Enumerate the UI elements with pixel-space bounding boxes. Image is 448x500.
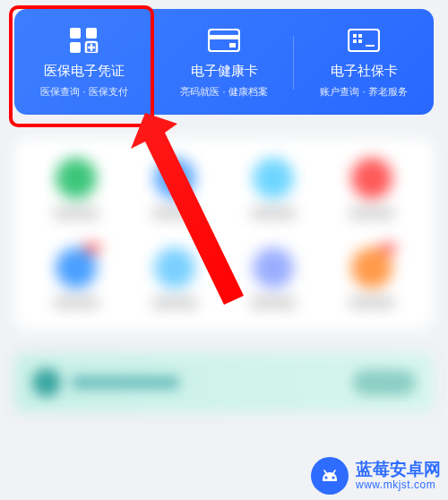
card-subtitle: 医保查询 · 医保支付 xyxy=(40,85,127,99)
svg-point-14 xyxy=(324,476,327,478)
service-icon xyxy=(154,247,195,289)
svg-rect-1 xyxy=(86,28,97,39)
service-icon xyxy=(154,158,195,199)
card-subtitle: 亮码就医 · 健康档案 xyxy=(180,85,267,99)
service-icon xyxy=(351,158,392,199)
blurred-content-panel xyxy=(14,138,434,330)
banner-text xyxy=(72,376,179,389)
service-label xyxy=(54,208,99,219)
banner-button xyxy=(353,370,416,395)
svg-point-15 xyxy=(332,476,334,478)
service-item[interactable] xyxy=(340,158,403,219)
svg-line-16 xyxy=(324,470,326,473)
service-label xyxy=(251,208,296,219)
watermark: 蓝莓安卓网 www.mkjst.com xyxy=(311,457,441,495)
service-item[interactable] xyxy=(340,247,403,308)
card-title: 电子健康卡 xyxy=(191,63,258,80)
watermark-title: 蓝莓安卓网 xyxy=(356,460,441,479)
service-label xyxy=(152,297,197,308)
service-label xyxy=(251,297,296,308)
banner-icon xyxy=(32,368,61,397)
svg-rect-0 xyxy=(70,28,81,39)
card-icon xyxy=(208,27,240,54)
top-service-cards: 医保电子凭证 医保查询 · 医保支付 电子健康卡 亮码就医 · 健康档案 电子社… xyxy=(14,9,434,115)
service-icon xyxy=(253,247,294,289)
svg-rect-2 xyxy=(70,42,81,53)
service-icon xyxy=(253,158,294,199)
card-medical-voucher[interactable]: 医保电子凭证 医保查询 · 医保支付 xyxy=(14,27,154,99)
service-label xyxy=(349,297,394,308)
card-title: 医保电子凭证 xyxy=(44,63,125,80)
service-item[interactable] xyxy=(45,158,108,219)
qr-icon xyxy=(68,27,100,54)
service-item[interactable] xyxy=(242,158,305,219)
service-row xyxy=(27,158,421,219)
svg-line-17 xyxy=(333,470,335,473)
watermark-logo-icon xyxy=(311,457,349,495)
service-item[interactable] xyxy=(242,247,305,308)
card-social-security[interactable]: 电子社保卡 账户查询 · 养老服务 xyxy=(294,27,434,99)
service-row xyxy=(27,247,421,308)
svg-rect-8 xyxy=(229,43,236,47)
card-title: 电子社保卡 xyxy=(331,63,398,80)
service-icon xyxy=(56,247,97,289)
card-health-card[interactable]: 电子健康卡 亮码就医 · 健康档案 xyxy=(154,27,294,99)
service-label xyxy=(349,208,394,219)
card-subtitle: 账户查询 · 养老服务 xyxy=(320,85,407,99)
svg-rect-7 xyxy=(209,35,239,39)
service-label xyxy=(54,297,99,308)
plus-card-icon xyxy=(348,27,380,54)
service-item[interactable] xyxy=(143,158,206,219)
watermark-url: www.mkjst.com xyxy=(356,479,441,492)
service-icon xyxy=(351,247,392,289)
service-label xyxy=(152,208,197,219)
service-item[interactable] xyxy=(45,247,108,308)
svg-rect-6 xyxy=(209,30,239,51)
service-item[interactable] xyxy=(143,247,206,308)
blurred-promo-banner[interactable] xyxy=(14,353,434,412)
service-icon xyxy=(56,158,97,199)
